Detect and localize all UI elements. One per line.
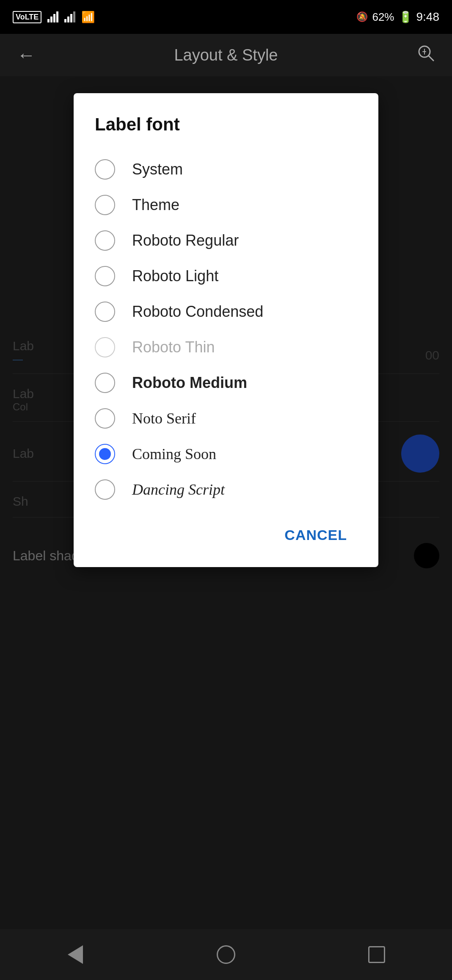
dialog-actions: CANCEL [95, 520, 357, 550]
radio-roboto-thin[interactable] [95, 337, 115, 357]
status-left: VoLTE 📶 [13, 11, 95, 24]
radio-roboto-condensed[interactable] [95, 302, 115, 322]
font-option-noto-serif[interactable]: Noto Serif [95, 401, 357, 436]
font-label-roboto-light: Roboto Light [132, 267, 218, 285]
battery-icon: 🔋 [399, 11, 412, 24]
font-dialog: Label font System Theme Roboto Regular R… [74, 93, 378, 567]
search-button[interactable] [416, 44, 435, 66]
font-option-coming-soon[interactable]: Coming Soon [95, 436, 357, 472]
status-bar: VoLTE 📶 🔕 62% 🔋 9:48 [0, 0, 452, 34]
font-option-dancing-script[interactable]: Dancing Script [95, 472, 357, 507]
dialog-title: Label font [95, 114, 357, 135]
signal-bars-1 [47, 11, 58, 22]
font-label-dancing-script: Dancing Script [132, 481, 225, 498]
screen-background: Lab — 00 Lab Col Lab Sh Label shadow col… [0, 76, 452, 980]
status-right: 🔕 62% 🔋 9:48 [356, 10, 439, 24]
font-option-roboto-medium[interactable]: Roboto Medium [95, 365, 357, 401]
signal-bars-2 [64, 11, 75, 22]
bottom-navigation [0, 929, 452, 980]
font-option-roboto-thin[interactable]: Roboto Thin [95, 329, 357, 365]
font-option-theme[interactable]: Theme [95, 187, 357, 223]
recents-nav-button[interactable] [356, 942, 398, 967]
radio-theme[interactable] [95, 195, 115, 215]
svg-line-1 [429, 56, 433, 61]
font-option-roboto-regular[interactable]: Roboto Regular [95, 223, 357, 258]
cancel-button[interactable]: CANCEL [274, 520, 357, 550]
nav-bar: ← Layout & Style [0, 34, 452, 76]
clock: 9:48 [416, 10, 440, 24]
back-button[interactable]: ← [17, 44, 36, 66]
back-nav-icon [68, 945, 83, 964]
font-label-theme: Theme [132, 196, 179, 214]
dialog-overlay: Label font System Theme Roboto Regular R… [0, 76, 452, 980]
radio-coming-soon[interactable] [95, 444, 115, 464]
battery-percent: 62% [372, 11, 394, 24]
font-label-roboto-thin: Roboto Thin [132, 338, 215, 356]
wifi-icon: 📶 [81, 11, 95, 24]
font-label-system: System [132, 161, 183, 178]
back-nav-button[interactable] [54, 942, 96, 967]
home-nav-icon [217, 945, 235, 964]
home-nav-button[interactable] [205, 942, 247, 967]
volte-badge: VoLTE [13, 11, 41, 23]
page-title: Layout & Style [174, 46, 278, 64]
font-option-roboto-light[interactable]: Roboto Light [95, 258, 357, 294]
font-label-coming-soon: Coming Soon [132, 445, 216, 463]
radio-roboto-light[interactable] [95, 266, 115, 286]
radio-roboto-regular[interactable] [95, 230, 115, 251]
radio-system[interactable] [95, 159, 115, 180]
radio-roboto-medium[interactable] [95, 373, 115, 393]
font-option-roboto-condensed[interactable]: Roboto Condensed [95, 294, 357, 329]
font-label-roboto-condensed: Roboto Condensed [132, 303, 263, 321]
mute-icon: 🔕 [356, 11, 368, 22]
font-label-roboto-medium: Roboto Medium [132, 374, 247, 392]
font-label-noto-serif: Noto Serif [132, 410, 196, 427]
font-option-system[interactable]: System [95, 152, 357, 187]
font-label-roboto-regular: Roboto Regular [132, 232, 239, 249]
recents-nav-icon [368, 946, 385, 963]
radio-noto-serif[interactable] [95, 408, 115, 429]
radio-dancing-script[interactable] [95, 479, 115, 500]
